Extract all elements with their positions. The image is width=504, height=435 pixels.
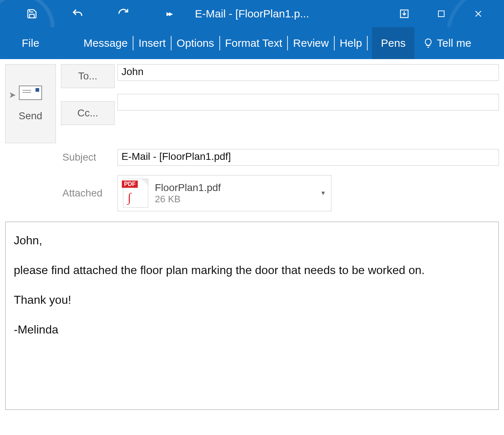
svg-rect-2	[438, 11, 444, 17]
body-line: Thank you!	[14, 291, 490, 308]
tab-pens[interactable]: Pens	[372, 27, 414, 59]
body-line: -Melinda	[14, 321, 490, 338]
attachment-filename: FloorPlan1.pdf	[155, 182, 221, 194]
chevron-down-icon[interactable]: ▼	[320, 190, 326, 196]
window-controls	[398, 8, 504, 20]
tab-separator	[133, 36, 133, 50]
tab-separator	[171, 36, 172, 50]
tab-message[interactable]: Message	[79, 27, 132, 59]
tab-separator	[219, 36, 220, 50]
send-arrow-icon: ➤	[9, 90, 16, 100]
pdf-badge: PDF	[122, 181, 138, 188]
lightbulb-icon	[423, 38, 433, 48]
attachment-info: FloorPlan1.pdf 26 KB	[155, 182, 221, 205]
to-field[interactable]: John	[117, 64, 499, 81]
to-button[interactable]: To...	[61, 64, 115, 88]
envelope-icon	[19, 86, 42, 100]
undo-icon[interactable]	[71, 7, 84, 20]
tab-file[interactable]: File	[0, 27, 54, 59]
quick-access-toolbar: ▸▸	[0, 7, 175, 20]
ribbon-tabs: File Message Insert Options Format Text …	[0, 27, 504, 59]
attached-label: Attached	[61, 187, 115, 199]
cc-button[interactable]: Cc...	[61, 101, 115, 125]
qat-more-icon[interactable]: ▸▸	[162, 7, 175, 20]
tell-me-label: Tell me	[437, 37, 471, 49]
cc-field[interactable]	[117, 94, 499, 111]
send-label: Send	[18, 110, 42, 122]
compose-area: ➤ Send To... Cc... John Subject E-Ma	[0, 59, 504, 410]
maximize-icon[interactable]	[435, 8, 447, 20]
tell-me-search[interactable]: Tell me	[414, 27, 480, 59]
attachment-size: 26 KB	[155, 194, 221, 205]
tab-help[interactable]: Help	[335, 27, 367, 59]
title-bar: ▸▸ E-Mail - [FloorPlan1.p...	[0, 0, 504, 27]
redo-icon[interactable]	[117, 7, 130, 20]
close-icon[interactable]	[472, 8, 484, 20]
tab-options[interactable]: Options	[172, 27, 218, 59]
body-line: please find attached the floor plan mark…	[14, 261, 490, 279]
subject-field[interactable]: E-Mail - [FloorPlan1.pdf]	[117, 149, 499, 166]
minimize-to-tray-icon[interactable]	[398, 8, 410, 20]
attachment-chip[interactable]: PDF ∫ FloorPlan1.pdf 26 KB ▼	[117, 175, 331, 211]
tab-separator	[334, 36, 335, 50]
pdf-file-icon: PDF ∫	[123, 179, 148, 208]
tab-separator	[287, 36, 288, 50]
tab-format-text[interactable]: Format Text	[221, 27, 287, 59]
tab-insert[interactable]: Insert	[134, 27, 170, 59]
tab-separator	[367, 36, 368, 50]
message-body[interactable]: John, please find attached the floor pla…	[5, 221, 499, 410]
send-button[interactable]: ➤ Send	[5, 64, 56, 143]
body-line: John,	[14, 232, 490, 249]
subject-label: Subject	[61, 152, 115, 163]
tab-review[interactable]: Review	[289, 27, 333, 59]
save-icon[interactable]	[25, 7, 38, 20]
